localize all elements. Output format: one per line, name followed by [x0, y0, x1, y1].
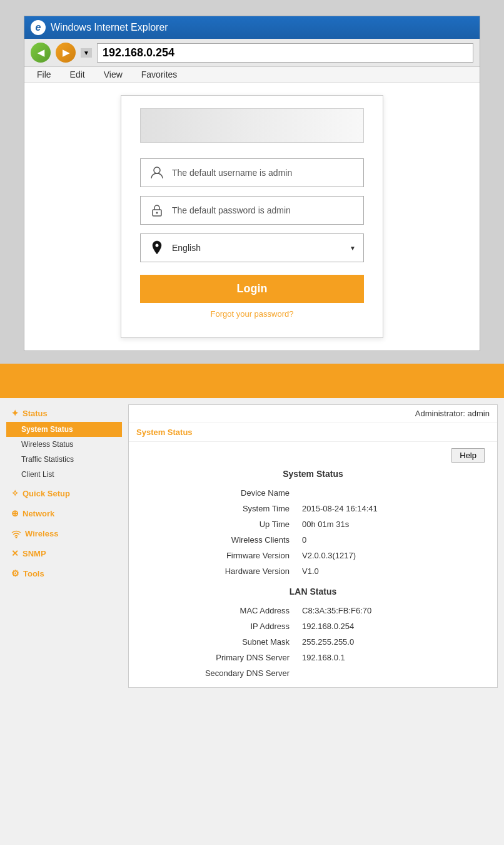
table-row: Wireless Clients 0 — [141, 532, 485, 548]
system-time-label: System Time — [141, 501, 296, 516]
sidebar: ✦ Status System Status Wireless Status T… — [6, 404, 122, 688]
sidebar-network-label: Network — [23, 509, 54, 518]
system-status-title: System Status — [141, 469, 485, 479]
password-hint: The default password is admin — [172, 205, 291, 215]
lan-status-title: LAN Status — [141, 586, 485, 597]
device-name-value — [296, 485, 485, 501]
svg-point-4 — [16, 537, 18, 539]
nav-dropdown-button[interactable]: ▼ — [81, 48, 92, 58]
username-field[interactable]: The default username is admin — [140, 158, 364, 187]
ip-address-label: IP Address — [141, 618, 296, 634]
menu-favorites[interactable]: Favorites — [141, 69, 178, 79]
router-header-bar — [0, 364, 504, 398]
svg-point-0 — [154, 167, 160, 173]
browser-title: Windows Internet Explorer — [51, 22, 168, 33]
table-row: Secondary DNS Server — [141, 665, 485, 681]
subnet-mask-value: 255.255.255.0 — [296, 634, 485, 650]
browser-window: e Windows Internet Explorer ◀ ▶ ▼ 192.16… — [24, 16, 480, 351]
password-field[interactable]: The default password is admin — [140, 196, 364, 225]
network-icon: ⊕ — [11, 508, 19, 518]
forward-button[interactable]: ▶ — [56, 43, 76, 63]
mac-address-value: C8:3A:35:FB:F6:70 — [296, 603, 485, 618]
login-container: The default username is admin The defaul… — [121, 95, 383, 338]
browser-titlebar: e Windows Internet Explorer — [24, 16, 480, 39]
back-button[interactable]: ◀ — [31, 43, 51, 63]
up-time-label: Up Time — [141, 516, 296, 532]
subnet-mask-label: Subnet Mask — [141, 634, 296, 650]
router-admin: ✦ Status System Status Wireless Status T… — [0, 364, 504, 694]
table-row: IP Address 192.168.0.254 — [141, 618, 485, 634]
help-btn-row: Help — [141, 448, 485, 463]
sidebar-status-label: Status — [23, 409, 48, 418]
language-selector-wrapper[interactable]: English ▼ — [172, 243, 356, 253]
login-header-banner — [140, 108, 364, 143]
sidebar-network-header[interactable]: ⊕ Network — [6, 504, 122, 522]
up-time-value: 00h 01m 31s — [296, 516, 485, 532]
mac-address-label: MAC Address — [141, 603, 296, 618]
sidebar-wireless-header[interactable]: Wireless — [6, 525, 122, 542]
menu-file[interactable]: File — [37, 69, 51, 79]
primary-dns-label: Primary DNS Server — [141, 650, 296, 665]
breadcrumb[interactable]: System Status — [136, 428, 193, 437]
browser-addressbar: ◀ ▶ ▼ 192.168.0.254 — [24, 39, 480, 67]
hardware-version-label: Hardware Version — [141, 563, 296, 579]
sidebar-status-header[interactable]: ✦ Status — [6, 404, 122, 422]
sidebar-tools-header[interactable]: ⚙ Tools — [6, 565, 122, 582]
main-content: Administrator: admin System Status Help … — [128, 404, 498, 688]
wireless-clients-value: 0 — [296, 532, 485, 548]
language-select[interactable]: English ▼ — [140, 233, 364, 262]
sidebar-quick-setup-header[interactable]: ✧ Quick Setup — [6, 484, 122, 502]
ip-address-value: 192.168.0.254 — [296, 618, 485, 634]
table-row: System Time 2015-08-24 16:14:41 — [141, 501, 485, 516]
sidebar-section-quick-setup: ✧ Quick Setup — [6, 484, 122, 502]
forgot-password-link[interactable]: Forgot your password? — [140, 309, 364, 319]
sidebar-item-traffic-stats[interactable]: Traffic Statistics — [6, 452, 122, 467]
user-icon — [148, 164, 166, 182]
firmware-version-label: Firmware Version — [141, 548, 296, 563]
status-table-area: Help System Status Device Name System Ti… — [129, 442, 497, 687]
table-row: Primary DNS Server 192.168.0.1 — [141, 650, 485, 665]
breadcrumb-bar: System Status — [129, 422, 497, 442]
sidebar-section-wireless: Wireless — [6, 525, 122, 542]
snmp-icon: ✕ — [11, 548, 19, 558]
sidebar-tools-label: Tools — [23, 569, 44, 578]
menu-view[interactable]: View — [104, 69, 123, 79]
sidebar-item-wireless-status[interactable]: Wireless Status — [6, 437, 122, 452]
menu-edit[interactable]: Edit — [70, 69, 85, 79]
browser-content: The default username is admin The defaul… — [24, 83, 480, 351]
language-dropdown-arrow: ▼ — [350, 245, 356, 252]
username-hint: The default username is admin — [172, 168, 292, 178]
table-row: Hardware Version V1.0 — [141, 563, 485, 579]
sidebar-section-status: ✦ Status System Status Wireless Status T… — [6, 404, 122, 482]
wireless-clients-label: Wireless Clients — [141, 532, 296, 548]
hardware-version-value: V1.0 — [296, 563, 485, 579]
tools-icon: ⚙ — [11, 568, 19, 578]
table-row: MAC Address C8:3A:35:FB:F6:70 — [141, 603, 485, 618]
browser-menubar: File Edit View Favorites — [24, 67, 480, 83]
table-row: Firmware Version V2.0.0.3(1217) — [141, 548, 485, 563]
sidebar-snmp-label: SNMP — [23, 549, 46, 558]
login-button[interactable]: Login — [140, 275, 364, 303]
language-value: English — [172, 243, 201, 253]
sidebar-section-network: ⊕ Network — [6, 504, 122, 522]
admin-label-bar: Administrator: admin — [129, 405, 497, 422]
sidebar-snmp-header[interactable]: ✕ SNMP — [6, 545, 122, 562]
system-info-table: Device Name System Time 2015-08-24 16:14… — [141, 485, 485, 579]
sidebar-item-client-list[interactable]: Client List — [6, 467, 122, 482]
help-button[interactable]: Help — [451, 448, 485, 463]
table-row: Device Name — [141, 485, 485, 501]
firmware-version-value: V2.0.0.3(1217) — [296, 548, 485, 563]
wireless-icon — [11, 528, 21, 538]
svg-point-3 — [156, 244, 159, 247]
sidebar-item-system-status[interactable]: System Status — [6, 422, 122, 437]
status-icon: ✦ — [11, 408, 19, 418]
sidebar-quick-setup-label: Quick Setup — [23, 489, 70, 498]
device-name-label: Device Name — [141, 485, 296, 501]
table-row: Subnet Mask 255.255.255.0 — [141, 634, 485, 650]
sidebar-section-tools: ⚙ Tools — [6, 565, 122, 582]
ie-logo: e — [31, 20, 46, 35]
lan-info-table: MAC Address C8:3A:35:FB:F6:70 IP Address… — [141, 603, 485, 681]
sidebar-section-snmp: ✕ SNMP — [6, 545, 122, 562]
secondary-dns-value — [296, 665, 485, 681]
address-bar[interactable]: 192.168.0.254 — [97, 43, 473, 63]
